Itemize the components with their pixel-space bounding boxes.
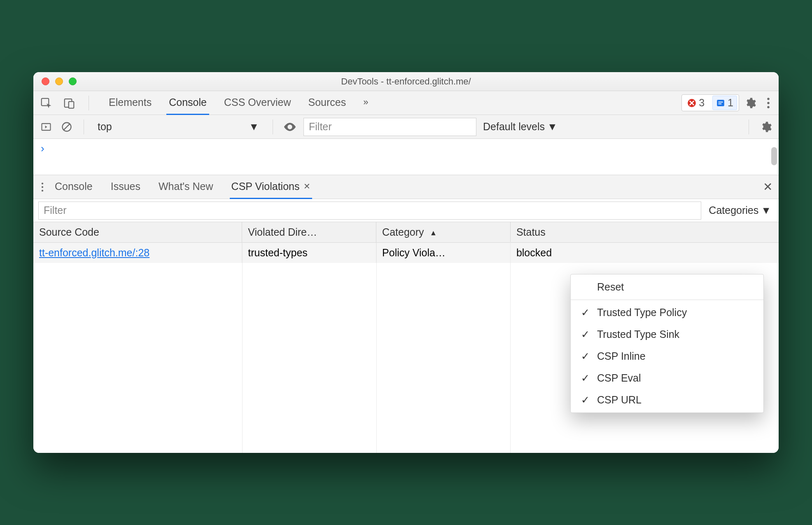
inspect-element-icon[interactable] bbox=[39, 96, 53, 110]
svg-rect-4 bbox=[717, 100, 724, 106]
errors-badge[interactable]: 3 bbox=[684, 96, 708, 110]
chevron-down-icon: ▼ bbox=[547, 121, 558, 133]
console-prompt-icon: › bbox=[41, 142, 44, 155]
svg-rect-2 bbox=[69, 101, 74, 108]
chevron-down-icon: ▼ bbox=[249, 121, 259, 133]
col-status[interactable]: Status bbox=[510, 222, 779, 243]
svg-point-8 bbox=[767, 102, 770, 104]
tab-console[interactable]: Console bbox=[166, 91, 209, 115]
categories-dropdown-button[interactable]: Categories ▼ bbox=[701, 204, 779, 216]
violations-filter-input[interactable]: Filter bbox=[38, 202, 701, 220]
svg-line-12 bbox=[63, 123, 70, 130]
error-icon bbox=[687, 98, 696, 108]
drawer-menu-icon[interactable] bbox=[37, 182, 47, 192]
drawer-tabstrip: Console Issues What's New CSP Violations… bbox=[33, 175, 779, 199]
dropdown-item-csp-inline[interactable]: ✓ CSP Inline bbox=[571, 345, 763, 367]
issues-badge[interactable]: 1 bbox=[712, 96, 737, 110]
dropdown-reset[interactable]: ✓ Reset bbox=[571, 276, 763, 298]
close-drawer-icon[interactable]: ✕ bbox=[761, 180, 775, 194]
col-source-code[interactable]: Source Code bbox=[33, 222, 242, 243]
svg-point-13 bbox=[289, 126, 291, 128]
drawer-tab-csp-violations[interactable]: CSP Violations ✕ bbox=[230, 175, 313, 199]
device-toolbar-icon[interactable] bbox=[62, 96, 76, 110]
tab-sources[interactable]: Sources bbox=[306, 91, 349, 115]
dropdown-item-trusted-type-sink[interactable]: ✓ Trusted Type Sink bbox=[571, 323, 763, 345]
divider bbox=[749, 120, 749, 134]
divider bbox=[89, 96, 89, 110]
dropdown-item-csp-url[interactable]: ✓ CSP URL bbox=[571, 389, 763, 411]
titlebar: DevTools - tt-enforced.glitch.me/ bbox=[33, 72, 779, 91]
window-title: DevTools - tt-enforced.glitch.me/ bbox=[33, 76, 779, 87]
tab-elements[interactable]: Elements bbox=[106, 91, 154, 115]
kebab-menu-icon[interactable] bbox=[761, 96, 775, 110]
svg-point-14 bbox=[42, 183, 43, 184]
check-icon: ✓ bbox=[581, 307, 590, 319]
check-icon: ✓ bbox=[581, 394, 590, 406]
svg-point-16 bbox=[42, 190, 43, 191]
svg-point-9 bbox=[767, 106, 770, 108]
tab-css-overview[interactable]: CSS Overview bbox=[222, 91, 294, 115]
cell-directive: trusted-types bbox=[242, 243, 376, 263]
cell-category: Policy Viola… bbox=[376, 243, 511, 263]
status-badges: 3 1 bbox=[681, 94, 739, 111]
tabs-overflow-button[interactable]: » bbox=[361, 91, 371, 115]
col-category[interactable]: Category▲ bbox=[376, 222, 511, 243]
source-link[interactable]: tt-enforced.glitch.me/:28 bbox=[39, 247, 149, 258]
window-controls bbox=[33, 77, 77, 85]
sidebar-toggle-icon[interactable] bbox=[39, 120, 53, 134]
divider bbox=[571, 300, 763, 300]
console-filter-input[interactable]: Filter bbox=[303, 118, 476, 136]
table-row[interactable]: tt-enforced.glitch.me/:28 trusted-types … bbox=[33, 243, 779, 263]
drawer-tabs: Console Issues What's New CSP Violations… bbox=[53, 175, 312, 199]
cell-status: blocked bbox=[510, 243, 779, 263]
svg-rect-6 bbox=[719, 103, 722, 104]
svg-point-7 bbox=[767, 98, 770, 100]
col-violated-directive[interactable]: Violated Dire… bbox=[242, 222, 376, 243]
console-output[interactable]: › bbox=[33, 139, 779, 175]
console-toolbar: top ▼ Filter Default levels ▼ bbox=[33, 115, 779, 139]
svg-rect-5 bbox=[719, 101, 723, 102]
check-icon: ✓ bbox=[581, 328, 590, 340]
drawer-tab-issues[interactable]: Issues bbox=[109, 175, 142, 199]
divider bbox=[273, 120, 273, 134]
live-expression-icon[interactable] bbox=[283, 120, 297, 134]
zoom-window-button[interactable] bbox=[69, 77, 77, 85]
sort-asc-icon: ▲ bbox=[430, 229, 437, 237]
issues-count: 1 bbox=[728, 97, 733, 109]
divider bbox=[84, 120, 84, 134]
minimize-window-button[interactable] bbox=[55, 77, 63, 85]
scrollbar[interactable] bbox=[771, 147, 777, 165]
devtools-window: DevTools - tt-enforced.glitch.me/ bbox=[33, 72, 779, 453]
chevron-double-right-icon: » bbox=[363, 97, 368, 108]
errors-count: 3 bbox=[699, 97, 705, 109]
dropdown-item-trusted-type-policy[interactable]: ✓ Trusted Type Policy bbox=[571, 302, 763, 323]
drawer-tab-console[interactable]: Console bbox=[53, 175, 94, 199]
categories-dropdown-menu: ✓ Reset ✓ Trusted Type Policy ✓ Trusted … bbox=[570, 274, 764, 413]
check-icon: ✓ bbox=[581, 372, 590, 384]
main-tabstrip: Elements Console CSS Overview Sources » … bbox=[33, 91, 779, 115]
clear-console-icon[interactable] bbox=[60, 120, 74, 134]
dropdown-item-csp-eval[interactable]: ✓ CSP Eval bbox=[571, 367, 763, 389]
chevron-down-icon: ▼ bbox=[761, 204, 771, 216]
main-tabs: Elements Console CSS Overview Sources » bbox=[106, 91, 371, 115]
console-settings-icon[interactable] bbox=[759, 120, 773, 134]
violations-filter-row: Filter Categories ▼ bbox=[33, 199, 779, 222]
table-header-row: Source Code Violated Dire… Category▲ Sta… bbox=[33, 222, 779, 243]
issue-icon bbox=[716, 98, 725, 108]
drawer-tab-whats-new[interactable]: What's New bbox=[157, 175, 215, 199]
check-icon: ✓ bbox=[581, 350, 590, 362]
close-window-button[interactable] bbox=[42, 77, 49, 85]
svg-point-15 bbox=[42, 186, 43, 188]
close-tab-icon[interactable]: ✕ bbox=[303, 181, 310, 191]
settings-icon[interactable] bbox=[743, 96, 757, 110]
execution-context-select[interactable]: top ▼ bbox=[94, 120, 263, 133]
log-levels-select[interactable]: Default levels ▼ bbox=[483, 121, 558, 133]
